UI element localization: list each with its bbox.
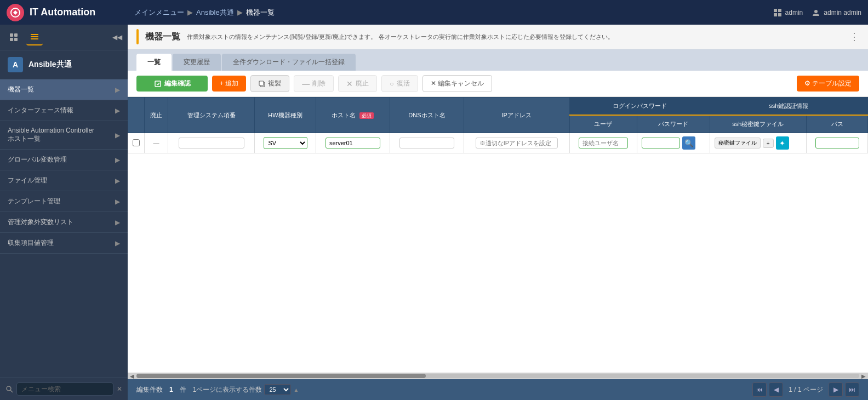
sidebar-item-label: 収集項目値管理	[8, 238, 54, 248]
first-page-btn[interactable]: ⏮	[752, 382, 767, 397]
breadcrumb: メインメニュー ▶ Ansible共通 ▶ 機器一覧	[134, 8, 773, 18]
menu-search-input[interactable]	[16, 382, 113, 396]
user-header: ユーザ	[569, 115, 637, 133]
chevron-right-icon: ▶	[115, 156, 120, 164]
chevron-right-icon: ▶	[115, 132, 120, 139]
edit-count: 1	[169, 386, 173, 393]
chevron-right-icon: ▶	[115, 86, 120, 94]
table-settings-button[interactable]: ⚙ テーブル設定	[797, 76, 859, 92]
login-password-group-header: ログインパスワード	[569, 98, 710, 116]
ssh-key-cell: 秘密鍵ファイル + ✦	[710, 133, 806, 153]
app-title: IT Automation	[30, 7, 95, 18]
tab-list[interactable]: 一覧	[136, 54, 172, 71]
edit-count-label: 編集件数	[136, 385, 163, 395]
page-header: 機器一覧 作業対象ホストの情報をメンテナンス(閲覧/登録/更新/廃止)できます。…	[128, 25, 868, 49]
passphrase-header: パス	[807, 115, 868, 133]
admin-menu-icon[interactable]: admin	[773, 8, 803, 17]
svg-rect-7	[14, 33, 18, 37]
last-page-btn[interactable]: ⏭	[845, 382, 859, 397]
search-icon	[5, 385, 13, 393]
user-icon	[812, 8, 820, 17]
passphrase-input[interactable]	[815, 138, 859, 148]
user-cell	[569, 133, 637, 153]
svg-rect-12	[31, 38, 38, 39]
ip-address-header: IPアドレス	[464, 98, 569, 133]
ansible-icon: A	[8, 57, 23, 72]
sidebar-brand-name: Ansible共通	[28, 60, 72, 70]
chevron-right-icon: ▶	[115, 198, 120, 205]
management-no-cell	[168, 133, 255, 153]
bottom-bar: 編集件数 1 件 1ページに表示する件数 25 50 100 ▲ ⏮ ◀ 1 /…	[128, 379, 868, 400]
cancel-button[interactable]: ✕ 編集キャンセル	[422, 75, 492, 92]
management-no-input[interactable]	[179, 138, 244, 148]
delete-button[interactable]: — 削除	[294, 75, 334, 92]
dns-hostname-input[interactable]	[399, 138, 454, 148]
sidebar-collapse-btn[interactable]: ◀◀	[112, 33, 122, 41]
logo-icon	[7, 4, 24, 21]
sidebar-item-collected-items[interactable]: 収集項目値管理 ▶	[0, 233, 128, 254]
ssh-group-header: ssh鍵認証情報	[710, 98, 867, 116]
hostname-input[interactable]	[326, 138, 380, 148]
scroll-right-btn[interactable]: ▶	[861, 373, 866, 379]
hw-type-select[interactable]: SV	[264, 137, 307, 149]
edit-confirm-icon	[154, 80, 162, 88]
select-all-header	[128, 98, 145, 133]
sidebar-item-files[interactable]: ファイル管理 ▶	[0, 170, 128, 191]
scroll-left-btn[interactable]: ◀	[130, 373, 134, 379]
grid-view-btn[interactable]	[5, 29, 22, 45]
sidebar-item-label: 管理対象外変数リスト	[8, 218, 73, 227]
sidebar-menu: 機器一覧 ▶ インターフェース情報 ▶ Ansible Automation C…	[0, 79, 128, 378]
sidebar-item-excluded-vars[interactable]: 管理対象外変数リスト ▶	[0, 212, 128, 233]
tab-history[interactable]: 変更履歴	[173, 54, 221, 71]
scroll-track[interactable]	[136, 374, 859, 378]
sidebar-item-templates[interactable]: テンプレート管理 ▶	[0, 191, 128, 212]
svg-point-5	[814, 10, 818, 13]
breadcrumb-current: 機器一覧	[246, 8, 275, 18]
next-page-btn[interactable]: ▶	[829, 382, 843, 397]
ssh-key-file-header: ssh秘密鍵ファイル	[710, 115, 806, 133]
breadcrumb-mainmenu[interactable]: メインメニュー	[134, 8, 184, 18]
page-info: 1 / 1 ページ	[789, 385, 823, 395]
copy-button[interactable]: 複製	[250, 75, 289, 92]
page-description: 作業対象ホストの情報をメンテナンス(閲覧/登録/更新/廃止)できます。 各オーケ…	[187, 33, 843, 41]
add-button[interactable]: + 追加	[212, 76, 246, 92]
sidebar-item-aac-hosts[interactable]: Ansible Automation Controllerホスト一覧 ▶	[0, 121, 128, 150]
sidebar-item-global-vars[interactable]: グローバル変数管理 ▶	[0, 150, 128, 170]
discard-button[interactable]: ✕ 廃止	[338, 75, 377, 92]
more-options-btn[interactable]: ⋮	[849, 31, 859, 43]
search-clear-btn[interactable]: ✕	[117, 385, 122, 393]
chevron-right-icon: ▶	[115, 107, 120, 115]
prev-page-btn[interactable]: ◀	[769, 382, 783, 397]
ssh-key-file-label: 秘密鍵ファイル	[715, 138, 761, 148]
svg-rect-15	[155, 81, 161, 87]
ssh-key-add-btn[interactable]: +	[763, 139, 774, 148]
password-input[interactable]	[642, 138, 680, 148]
user-input[interactable]	[579, 138, 628, 148]
header: IT Automation メインメニュー ▶ Ansible共通 ▶ 機器一覧…	[0, 0, 868, 25]
main-layout: ◀◀ A Ansible共通 機器一覧 ▶ インターフェース情報 ▶ Ansib…	[0, 25, 868, 400]
edit-confirm-button[interactable]: 編集確認	[136, 76, 208, 92]
svg-rect-9	[14, 38, 18, 41]
per-page-select[interactable]: 25 50 100	[264, 384, 291, 395]
tab-download[interactable]: 全件ダウンロード・ファイル一括登録	[222, 54, 356, 71]
sidebar-item-interfaces[interactable]: インターフェース情報 ▶	[0, 100, 128, 121]
scroll-thumb[interactable]	[136, 374, 426, 378]
pagination: ⏮ ◀ 1 / 1 ページ ▶ ⏭	[752, 382, 859, 397]
password-search-btn[interactable]: 🔍	[682, 136, 695, 150]
restore-button[interactable]: ○ 復活	[381, 75, 418, 92]
svg-rect-6	[10, 33, 13, 37]
row-checkbox-cell[interactable]	[128, 133, 145, 153]
sidebar-item-machines[interactable]: 機器一覧 ▶	[0, 79, 128, 100]
table-container[interactable]: 廃止 管理システム項番 HW機器種別 ホスト名 必須	[128, 97, 868, 373]
dns-hostname-header: DNSホスト名	[390, 98, 464, 133]
discard-header: 廃止	[145, 98, 168, 133]
ssh-key-info-btn[interactable]: ✦	[776, 136, 789, 150]
edit-count-unit: 件	[180, 385, 186, 395]
svg-rect-8	[10, 38, 13, 41]
breadcrumb-ansible[interactable]: Ansible共通	[196, 8, 234, 18]
horizontal-scrollbar[interactable]: ◀ ▶	[128, 373, 868, 379]
list-view-btn[interactable]	[26, 29, 43, 45]
ip-address-input[interactable]	[476, 138, 558, 148]
row-checkbox[interactable]	[133, 139, 140, 146]
user-profile[interactable]: admin admin	[812, 8, 861, 17]
